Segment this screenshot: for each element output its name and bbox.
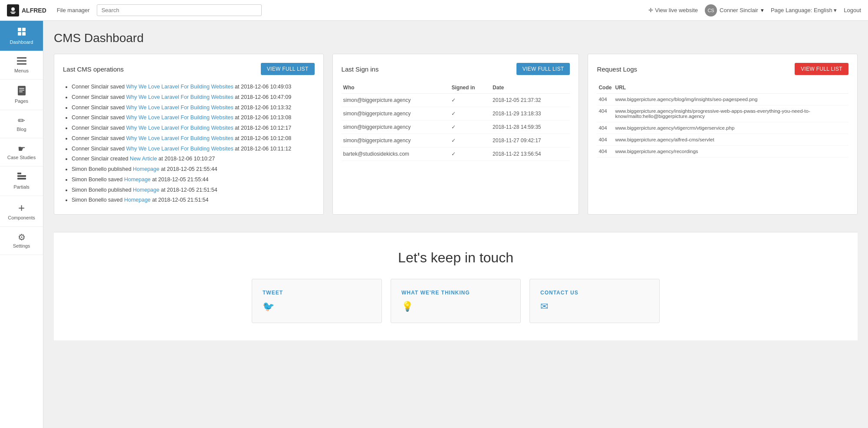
- logo-icon: [7, 4, 19, 16]
- sign-ins-title: Last Sign ins: [342, 65, 379, 73]
- sidebar-item-pages[interactable]: Pages: [0, 80, 43, 110]
- layout: Dashboard Menus Pages: [0, 21, 868, 428]
- sign-in-date: 2018-11-29 13:18:33: [491, 107, 570, 121]
- view-live-link[interactable]: ✛ View live website: [648, 7, 698, 13]
- sidebar-item-blog[interactable]: ✏ Blog: [0, 110, 43, 138]
- sidebar-label-components: Components: [8, 215, 35, 220]
- cms-op-link[interactable]: Why We Love Laravel For Building Website…: [126, 105, 233, 111]
- view-live-label: View live website: [655, 7, 698, 13]
- footer-cards: TWEET 🐦 WHAT WE'RE THINKING 💡 CONTACT US…: [62, 279, 849, 323]
- footer-card-icon-contact: ✉: [540, 301, 649, 312]
- top-nav-right: ✛ View live website CS Conner Sinclair ▾…: [648, 4, 861, 16]
- request-logs-view-full-btn[interactable]: VIEW FULL LIST: [795, 63, 848, 75]
- cms-op-link[interactable]: Why We Love Laravel For Building Website…: [126, 135, 233, 141]
- cms-op-link[interactable]: Homepage: [124, 176, 151, 183]
- logout-link[interactable]: Logout: [844, 7, 861, 13]
- sidebar-label-menus: Menus: [14, 68, 29, 73]
- cms-op-link[interactable]: Why We Love Laravel For Building Website…: [126, 125, 233, 131]
- sidebar-item-components[interactable]: + Components: [0, 196, 43, 227]
- cms-op-link[interactable]: Why We Love Laravel For Building Website…: [126, 94, 233, 100]
- request-code: 404: [597, 122, 613, 134]
- page-title: CMS Dashboard: [54, 31, 858, 45]
- dashboard-icon: [17, 27, 26, 38]
- table-row: simon@biggerpicture.agency ✓ 2018-11-29 …: [342, 107, 570, 121]
- table-row: 404 www.biggerpicture.agency/blog/img/in…: [597, 94, 848, 105]
- partials-icon: [17, 173, 26, 183]
- user-name: Conner Sinclair: [720, 7, 758, 13]
- list-item: Simon Bonello published Homepage at 2018…: [72, 185, 315, 196]
- file-manager-link[interactable]: File manager: [57, 7, 90, 13]
- sign-ins-view-full-btn[interactable]: VIEW FULL LIST: [516, 63, 570, 75]
- sign-ins-col-signed-in: Signed in: [450, 82, 491, 94]
- sign-in-who: simon@biggerpicture.agency: [342, 134, 450, 147]
- request-url: www.biggerpicture.agency/blog/img/insigh…: [613, 94, 848, 105]
- cms-op-link[interactable]: Homepage: [124, 197, 151, 203]
- sidebar-item-dashboard[interactable]: Dashboard: [0, 21, 43, 51]
- list-item: Conner Sinclair saved Why We Love Larave…: [72, 82, 315, 92]
- svg-rect-3: [18, 28, 21, 31]
- cards-row: Last CMS operations VIEW FULL LIST Conne…: [54, 54, 858, 215]
- table-row: 404 www.biggerpicture.agency/alfred-cms/…: [597, 134, 848, 146]
- sidebar-label-pages: Pages: [15, 98, 28, 104]
- sign-ins-card: Last Sign ins VIEW FULL LIST Who Signed …: [332, 54, 579, 215]
- sign-ins-table: Who Signed in Date simon@biggerpicture.a…: [342, 82, 570, 161]
- settings-icon: ⚙: [18, 233, 26, 242]
- logo[interactable]: ALFRED: [7, 4, 46, 16]
- svg-rect-15: [17, 175, 26, 177]
- list-item: Conner Sinclair saved Why We Love Larave…: [72, 92, 315, 103]
- pages-icon: [18, 86, 26, 97]
- footer-card-title-contact: CONTACT US: [540, 290, 649, 296]
- svg-rect-2: [11, 13, 15, 14]
- request-logs-col-code: Code: [597, 82, 613, 94]
- cms-op-link[interactable]: Why We Love Laravel For Building Website…: [126, 146, 233, 152]
- cms-op-link[interactable]: Homepage: [133, 166, 159, 172]
- sign-in-check: ✓: [450, 107, 491, 121]
- user-menu[interactable]: CS Conner Sinclair ▾: [705, 4, 764, 16]
- sidebar-item-settings[interactable]: ⚙ Settings: [0, 227, 43, 255]
- sidebar-label-dashboard: Dashboard: [10, 39, 33, 45]
- page-language[interactable]: Page Language: English ▾: [771, 7, 837, 13]
- sign-in-who: simon@biggerpicture.agency: [342, 107, 450, 121]
- request-url: www.biggerpicture.agency/alfred-cms/serv…: [613, 134, 848, 146]
- sidebar-item-menus[interactable]: Menus: [0, 51, 43, 80]
- sidebar-item-case-studies[interactable]: ☛ Case Studies: [0, 138, 43, 167]
- cms-op-link[interactable]: Homepage: [133, 187, 159, 193]
- search-input[interactable]: [97, 4, 262, 16]
- list-item: Conner Sinclair created New Article at 2…: [72, 154, 315, 164]
- sign-in-who: simon@biggerpicture.agency: [342, 121, 450, 134]
- list-item: Conner Sinclair saved Why We Love Larave…: [72, 103, 315, 113]
- sign-in-check: ✓: [450, 147, 491, 161]
- request-url: www.biggerpicture.agency/insights/progre…: [613, 105, 848, 122]
- svg-rect-10: [18, 86, 26, 95]
- cms-op-link[interactable]: New Article: [130, 156, 157, 162]
- cms-op-link[interactable]: Why We Love Laravel For Building Website…: [126, 84, 233, 90]
- svg-rect-16: [17, 178, 26, 180]
- sign-in-date: 2018-11-27 09:42:17: [491, 134, 570, 147]
- svg-rect-5: [18, 32, 21, 36]
- footer-card-title-tweet: TWEET: [263, 290, 371, 296]
- cms-operations-view-full-btn[interactable]: VIEW FULL LIST: [261, 63, 315, 75]
- request-code: 404: [597, 134, 613, 146]
- logo-text: ALFRED: [22, 7, 46, 14]
- table-row: simon@biggerpicture.agency ✓ 2018-12-05 …: [342, 94, 570, 107]
- request-logs-title: Request Logs: [597, 65, 637, 73]
- table-row: simon@biggerpicture.agency ✓ 2018-11-28 …: [342, 121, 570, 134]
- request-code: 404: [597, 146, 613, 157]
- sidebar-label-settings: Settings: [13, 243, 30, 248]
- svg-rect-13: [19, 91, 23, 92]
- table-row: 404 www.biggerpicture.agency/recordings: [597, 146, 848, 157]
- list-item: Conner Sinclair saved Why We Love Larave…: [72, 123, 315, 134]
- main-content: CMS Dashboard Last CMS operations VIEW F…: [43, 21, 868, 428]
- sign-in-who: bartek@studiosidekicks.com: [342, 147, 450, 161]
- svg-rect-12: [19, 90, 24, 91]
- footer-card-thinking: WHAT WE'RE THINKING 💡: [391, 279, 521, 323]
- sign-ins-col-who: Who: [342, 82, 450, 94]
- table-row: simon@biggerpicture.agency ✓ 2018-11-27 …: [342, 134, 570, 147]
- footer-card-tweet: TWEET 🐦: [252, 279, 382, 323]
- blog-icon: ✏: [18, 116, 25, 125]
- request-logs-card: Request Logs VIEW FULL LIST Code URL 404…: [588, 54, 858, 215]
- footer-title: Let's keep in touch: [62, 250, 849, 266]
- cms-op-link[interactable]: Why We Love Laravel For Building Website…: [126, 114, 233, 121]
- table-row: 404 www.biggerpicture.agency/insights/pr…: [597, 105, 848, 122]
- sidebar-item-partials[interactable]: Partials: [0, 167, 43, 196]
